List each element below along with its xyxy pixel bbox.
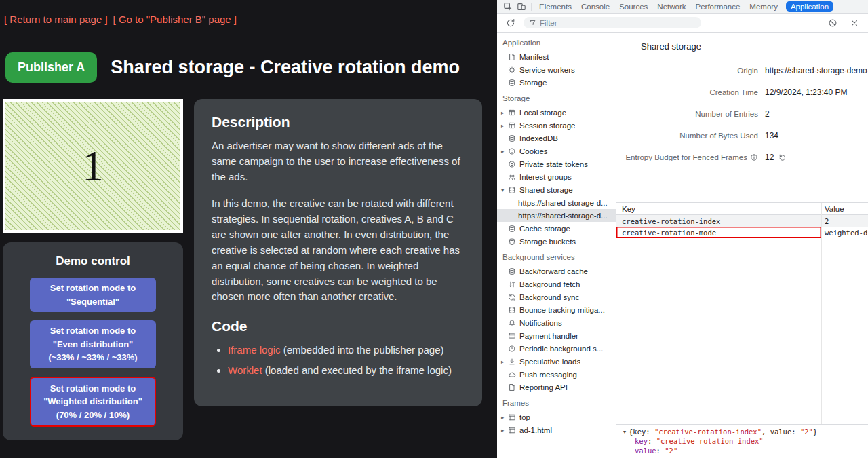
funnel-icon (529, 19, 536, 26)
sidebar-item-cache-storage[interactable]: Cache storage (497, 222, 616, 235)
nav-link-go-to-publisher-b-page[interactable]: [ Go to "Publisher B" page ] (113, 14, 237, 25)
tab-elements[interactable]: Elements (534, 0, 576, 13)
code-list-item: Worklet (loaded and executed by the ifra… (228, 363, 465, 379)
sidebar-item-label: Back/forward cache (519, 267, 588, 275)
sidebar-item-local-storage[interactable]: ▸Local storage (497, 106, 616, 119)
info-icon[interactable] (750, 153, 758, 161)
storage-entry-row-creative-rotation-index[interactable]: creative-rotation-index2 (616, 215, 868, 227)
sidebar-item-cookies[interactable]: ▸Cookies (497, 145, 616, 157)
tab-memory[interactable]: Memory (745, 0, 783, 13)
sidebar-item-indexeddb[interactable]: IndexedDB (497, 132, 616, 145)
tab-network[interactable]: Network (652, 0, 690, 13)
expand-arrow-icon[interactable]: ▸ (501, 427, 508, 434)
tab-console[interactable]: Console (576, 0, 614, 13)
button-label-line: (70% / 20% / 10%) (34, 408, 152, 422)
reset-budget-icon[interactable] (778, 153, 787, 161)
button-label-line: "Weighted distribution" (34, 395, 152, 408)
set-rotation-mode-weighted-distribution-button[interactable]: Set rotation mode to"Weighted distributi… (30, 377, 156, 427)
sidebar-section-application: Application (497, 35, 616, 50)
sidebar-item-background-fetch[interactable]: Background fetch (497, 278, 616, 290)
meta-value: 134 (758, 131, 868, 140)
nav-link-return-to-main-page[interactable]: [ Return to main page ] (4, 14, 108, 25)
collapse-arrow-icon[interactable]: ▾ (501, 187, 508, 193)
sidebar-item-storage[interactable]: Storage (497, 76, 616, 89)
expand-arrow-icon[interactable]: ▸ (501, 148, 508, 155)
description-heading: Description (212, 114, 465, 130)
shared-storage-toolbar (497, 14, 868, 33)
sidebar-item-https-shared-storage-d-8[interactable]: https://shared-storage-d... (497, 209, 616, 222)
table-icon (508, 109, 516, 117)
frame-icon (508, 413, 516, 421)
expand-arrow-icon[interactable]: ▸ (501, 122, 508, 129)
storage-entry-row-creative-rotation-mode[interactable]: creative-rotation-modeweighted-dist (616, 227, 868, 238)
sidebar-item-storage-buckets[interactable]: Storage buckets (497, 235, 616, 248)
sidebar-item-payment-handler[interactable]: Payment handler (497, 329, 616, 342)
set-rotation-mode-even-distribution-button[interactable]: Set rotation mode to"Even distribution"(… (30, 320, 156, 368)
tab-application[interactable]: Application (786, 1, 833, 12)
preview-entry-key: key: "creative-rotation-index" (623, 436, 861, 446)
sidebar-item-label: Manifest (519, 53, 549, 61)
sidebar-item-label: IndexedDB (519, 134, 558, 142)
meta-label: Creation Time (616, 88, 758, 96)
sidebar-item-ad-1-html[interactable]: ▸ad-1.html (497, 423, 616, 436)
sidebar-item-background-sync[interactable]: Background sync (497, 290, 616, 303)
sidebar-item-shared-storage[interactable]: ▾Shared storage (497, 183, 616, 196)
sidebar-item-back-forward-cache[interactable]: Back/forward cache (497, 265, 616, 278)
expand-arrow-icon[interactable]: ▸ (501, 109, 508, 116)
meta-row-origin: Originhttps://shared-storage-demo-co (616, 60, 868, 81)
refresh-icon[interactable] (506, 18, 515, 28)
expand-arrow-icon[interactable]: ▸ (501, 414, 508, 421)
collapse-arrow-icon[interactable]: ▾ (623, 429, 626, 436)
devtools: ElementsConsoleSourcesNetworkPerformance… (497, 0, 868, 458)
sidebar-item-push-messaging[interactable]: Push messaging (497, 368, 616, 381)
sidebar-item-label: Bounce tracking mitiga... (519, 306, 605, 314)
frame-icon (508, 426, 516, 434)
sidebar-item-notifications[interactable]: Notifications (497, 316, 616, 329)
sidebar-item-periodic-background-s[interactable]: Periodic background s... (497, 342, 616, 355)
sidebar-item-session-storage[interactable]: ▸Session storage (497, 119, 616, 132)
sidebar-item-label: Push messaging (519, 370, 577, 379)
column-divider[interactable] (821, 203, 822, 424)
meta-value-text: 12/9/2024, 1:23:40 PM (765, 88, 847, 97)
sidebar-item-interest-groups[interactable]: Interest groups (497, 170, 616, 183)
doc-icon (508, 383, 516, 392)
device-toolbar-icon[interactable] (517, 2, 526, 12)
close-icon[interactable] (850, 18, 859, 28)
sidebar-item-reporting-api[interactable]: Reporting API (497, 381, 616, 394)
sidebar-item-private-state-tokens[interactable]: Private state tokens (497, 157, 616, 170)
set-rotation-mode-sequential-button[interactable]: Set rotation mode to"Sequential" (30, 278, 156, 312)
filter-input[interactable] (540, 19, 696, 27)
code-item-text: (embedded into the publisher page) (281, 344, 444, 356)
description-panel: Description An advertiser may want to sh… (194, 99, 482, 406)
sidebar-item-label: Service workers (519, 66, 575, 74)
entry-preview-pane: ▾{key: "creative-rotation-index", value:… (616, 424, 868, 458)
tab-sources[interactable]: Sources (614, 0, 652, 13)
inspect-icon[interactable] (503, 2, 513, 12)
tab-performance[interactable]: Performance (691, 0, 745, 13)
sidebar-item-bounce-tracking-mitiga[interactable]: Bounce tracking mitiga... (497, 303, 616, 316)
bucket-icon (508, 237, 516, 246)
iframe-logic-link[interactable]: Iframe logic (228, 344, 281, 356)
code-link-list: Iframe logic (embedded into the publishe… (212, 343, 465, 378)
sidebar-item-label: Payment handler (519, 332, 578, 340)
button-label-line: Set rotation mode to (33, 282, 153, 295)
meta-row-number-of-bytes-used: Number of Bytes Used134 (616, 125, 868, 147)
sidebar-item-https-shared-storage-d-7[interactable]: https://shared-storage-d... (497, 196, 616, 209)
column-header-key[interactable]: Key (616, 205, 821, 213)
sidebar-item-label: Periodic background s... (519, 345, 603, 353)
sidebar-item-top[interactable]: ▸top (497, 411, 616, 423)
column-header-value[interactable]: Value (821, 205, 868, 213)
expand-arrow-icon[interactable]: ▸ (501, 358, 508, 365)
entry-key: creative-rotation-index (616, 215, 821, 227)
creative-number: 1 (82, 141, 104, 191)
doc-icon (508, 53, 516, 61)
sidebar-item-speculative-loads[interactable]: ▸Speculative loads (497, 355, 616, 368)
sidebar-item-label: Notifications (519, 319, 562, 327)
sidebar-item-label: Private state tokens (519, 160, 588, 168)
clear-all-icon[interactable] (828, 18, 837, 28)
devtools-tabbar: ElementsConsoleSourcesNetworkPerformance… (497, 0, 868, 14)
creative-frame: 1 (3, 99, 183, 233)
sidebar-item-service-workers[interactable]: Service workers (497, 63, 616, 76)
sidebar-item-manifest[interactable]: Manifest (497, 50, 616, 63)
worklet-link[interactable]: Worklet (228, 364, 262, 376)
